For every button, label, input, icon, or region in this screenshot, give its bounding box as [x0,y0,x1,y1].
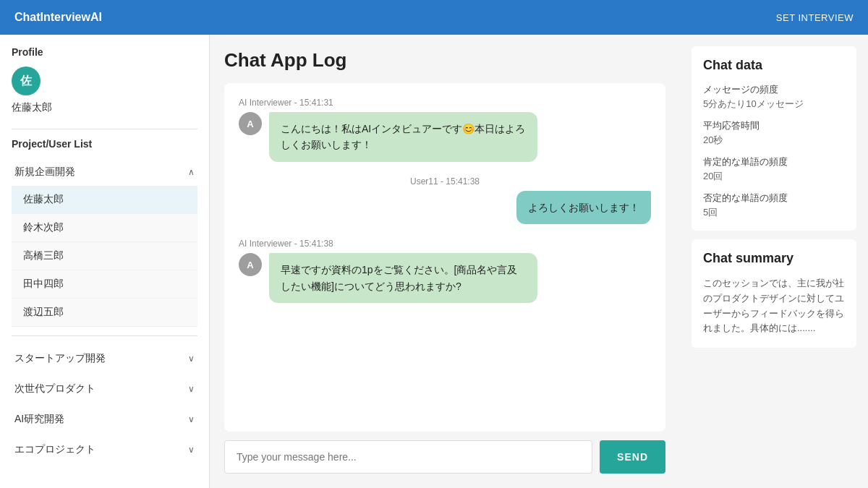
project-group-5: エコプロジェクト ∨ [12,436,197,463]
ai-bubble: 早速ですが資料の1pをご覧ください。[商品名や言及したい機能]についてどう思われ… [269,253,537,303]
stat-value: 20回 [703,170,845,183]
stat-value: 5分あたり10メッセージ [703,98,845,111]
chat-summary-text: このセッションでは、主に我が社のプロダクトデザインに対してユーザーからフィードバ… [703,276,845,336]
chat-summary-card: Chat summary このセッションでは、主に我が社のプロダクトデザインに対… [692,239,856,348]
stat-value: 5回 [703,206,845,219]
chevron-down-icon: ∨ [188,445,195,455]
message-meta: AI Interviewer - 15:41:31 [239,98,651,108]
app-header: ChatInterviewAI SET INTERVIEW [0,0,868,35]
chat-log: AI Interviewer - 15:41:31 A こんにちは！私はAIイン… [224,83,665,432]
user-list-1: 佐藤太郎 鈴木次郎 高橋三郎 田中四郎 渡辺五郎 [12,186,197,327]
project-header-5[interactable]: エコプロジェクト ∨ [12,436,197,463]
user-item[interactable]: 田中四郎 [12,270,197,299]
project-group-1: 新規企画開発 ∧ 佐藤太郎 鈴木次郎 高橋三郎 田中四郎 渡辺五郎 [12,158,197,327]
stat-label: 否定的な単語の頻度 [703,192,845,205]
project-header-1[interactable]: 新規企画開発 ∧ [12,158,197,186]
right-panel: Chat data メッセージの頻度 5分あたり10メッセージ 平均応答時間 2… [680,35,868,488]
chat-data-title: Chat data [703,58,845,73]
chevron-down-icon: ∨ [188,414,195,424]
user-item[interactable]: 佐藤太郎 [12,186,197,214]
chevron-down-icon: ∨ [188,384,195,394]
project-list-title: Project/User List [12,138,197,150]
profile-name: 佐藤太郎 [12,101,197,114]
profile-area: Profile 佐 佐藤太郎 [12,46,197,114]
message-meta: User11 - 15:41:38 [239,176,651,187]
message-row-ai: A 早速ですが資料の1pをご覧ください。[商品名や言及したい機能]についてどう思… [239,253,651,303]
chat-input-row: SEND [224,440,665,474]
message-block: AI Interviewer - 15:41:31 A こんにちは！私はAIイン… [239,98,651,162]
chat-data-card: Chat data メッセージの頻度 5分あたり10メッセージ 平均応答時間 2… [692,46,856,231]
divider [12,335,197,336]
ai-avatar: A [239,112,262,135]
stat-value: 20秒 [703,134,845,147]
message-input[interactable] [224,440,592,474]
project-group-2: スタートアップ開発 ∨ [12,345,197,372]
message-block: User11 - 15:41:38 よろしくお願いします！ [239,176,651,224]
project-name-5: エコプロジェクト [14,443,95,456]
stat-label: 肯定的な単語の頻度 [703,155,845,168]
sidebar: Profile 佐 佐藤太郎 Project/User List 新規企画開発 … [0,35,210,488]
stat-label: メッセージの頻度 [703,83,845,96]
project-header-2[interactable]: スタートアップ開発 ∨ [12,345,197,372]
ai-bubble: こんにちは！私はAIインタビュアーです😊本日はよろしくお願いします！ [269,112,537,162]
project-header-3[interactable]: 次世代プロダクト ∨ [12,375,197,403]
message-block: AI Interviewer - 15:41:38 A 早速ですが資料の1pをご… [239,239,651,303]
user-item[interactable]: 渡辺五郎 [12,299,197,327]
project-name-3: 次世代プロダクト [14,382,95,395]
message-meta: AI Interviewer - 15:41:38 [239,239,651,249]
message-row-user: よろしくお願いします！ [239,191,651,224]
chat-summary-title: Chat summary [703,251,845,266]
chat-title: Chat App Log [224,49,665,72]
user-bubble: よろしくお願いします！ [516,191,651,224]
project-header-4[interactable]: AI研究開発 ∨ [12,406,197,433]
user-item[interactable]: 高橋三郎 [12,242,197,270]
avatar: 佐 [12,67,41,95]
project-name-4: AI研究開発 [14,413,64,426]
chevron-down-icon: ∨ [188,354,195,364]
user-item[interactable]: 鈴木次郎 [12,214,197,242]
message-row-ai: A こんにちは！私はAIインタビュアーです😊本日はよろしくお願いします！ [239,112,651,162]
stat-label: 平均応答時間 [703,119,845,132]
chat-area: Chat App Log AI Interviewer - 15:41:31 A… [210,35,680,488]
ai-avatar: A [239,253,262,276]
app-title: ChatInterviewAI [14,11,102,24]
project-group-4: AI研究開発 ∨ [12,406,197,433]
divider [12,129,197,129]
chevron-up-icon: ∧ [188,167,195,177]
profile-section-title: Profile [12,46,197,58]
project-name-2: スタートアップ開発 [14,352,106,365]
project-group-3: 次世代プロダクト ∨ [12,375,197,403]
set-interview-button[interactable]: SET INTERVIEW [776,12,854,23]
project-name-1: 新規企画開発 [14,166,75,179]
send-button[interactable]: SEND [600,440,665,474]
